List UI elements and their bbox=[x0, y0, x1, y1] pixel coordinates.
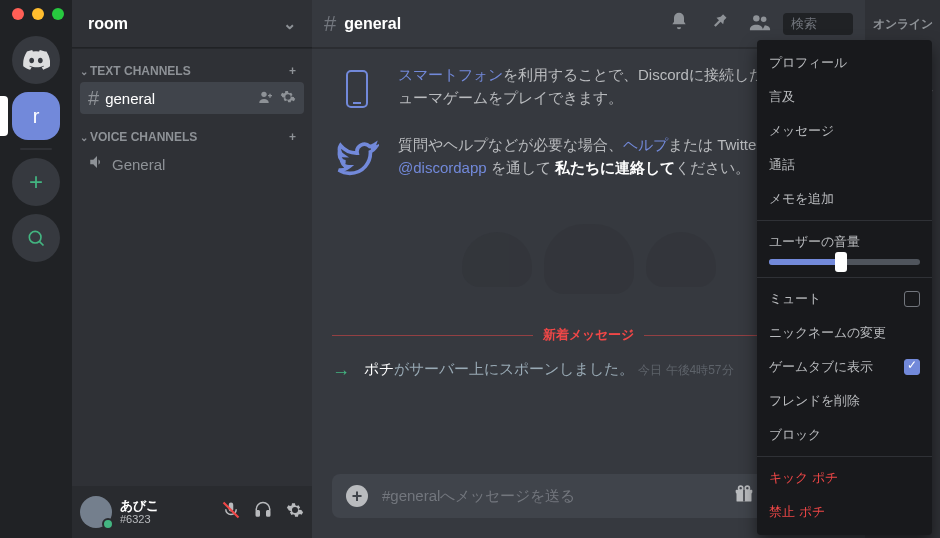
ctx-nickname[interactable]: ニックネームの変更 bbox=[757, 316, 932, 350]
svg-point-6 bbox=[753, 15, 759, 21]
hash-icon: # bbox=[324, 11, 336, 37]
ctx-separator bbox=[757, 277, 932, 278]
ctx-block[interactable]: ブロック bbox=[757, 418, 932, 452]
ctx-message[interactable]: メッセージ bbox=[757, 114, 932, 148]
checkbox-checked-icon[interactable] bbox=[904, 359, 920, 375]
ctx-profile[interactable]: プロフィール bbox=[757, 46, 932, 80]
svg-point-13 bbox=[739, 486, 743, 490]
text-channels-category[interactable]: ⌄TEXT CHANNELS + bbox=[72, 64, 312, 78]
ctx-volume: ユーザーの音量 bbox=[757, 225, 932, 273]
invite-icon[interactable] bbox=[258, 89, 274, 108]
ctx-remove-friend[interactable]: フレンドを削除 bbox=[757, 384, 932, 418]
channel-label: General bbox=[112, 156, 296, 173]
home-button[interactable] bbox=[12, 36, 60, 84]
user-panel: あびこ #6323 bbox=[72, 486, 312, 538]
twitter-icon bbox=[332, 134, 382, 184]
channel-general[interactable]: # general bbox=[80, 82, 304, 114]
mute-mic-button[interactable] bbox=[222, 501, 240, 523]
channel-title: general bbox=[344, 15, 669, 33]
channel-label: general bbox=[105, 90, 258, 107]
svg-rect-4 bbox=[256, 511, 259, 516]
self-username: あびこ bbox=[120, 499, 159, 513]
ctx-kick[interactable]: キック ポチ bbox=[757, 461, 932, 495]
status-online-icon bbox=[102, 518, 114, 530]
minimize-dot[interactable] bbox=[32, 8, 44, 20]
speaker-icon bbox=[88, 153, 106, 176]
voice-channel-general[interactable]: General bbox=[80, 148, 304, 180]
ctx-separator bbox=[757, 220, 932, 221]
self-tag: #6323 bbox=[120, 513, 159, 525]
phone-icon bbox=[332, 64, 382, 114]
server-header[interactable]: room ⌄ bbox=[72, 0, 312, 48]
guild-separator bbox=[20, 148, 52, 150]
voice-channels-category[interactable]: ⌄VOICE CHANNELS + bbox=[72, 130, 312, 144]
add-server-button[interactable]: + bbox=[12, 158, 60, 206]
settings-button[interactable] bbox=[286, 501, 304, 523]
explore-servers-button[interactable] bbox=[12, 214, 60, 262]
members-icon[interactable] bbox=[749, 11, 771, 37]
guild-rail: r + bbox=[0, 0, 72, 538]
discord-logo-icon bbox=[22, 46, 50, 74]
svg-point-14 bbox=[746, 486, 750, 490]
svg-line-1 bbox=[39, 241, 43, 245]
close-dot[interactable] bbox=[12, 8, 24, 20]
input-placeholder: #generalへメッセージを送る bbox=[382, 487, 720, 506]
svg-point-0 bbox=[29, 231, 41, 243]
hash-icon: # bbox=[88, 87, 99, 110]
ctx-mention[interactable]: 言及 bbox=[757, 80, 932, 114]
notifications-icon[interactable] bbox=[669, 11, 689, 37]
svg-rect-12 bbox=[743, 490, 745, 502]
ctx-ban[interactable]: 禁止 ポチ bbox=[757, 495, 932, 529]
guild-room[interactable]: r bbox=[12, 92, 60, 140]
pinned-icon[interactable] bbox=[709, 11, 729, 37]
compass-icon bbox=[26, 228, 46, 248]
ctx-call[interactable]: 通話 bbox=[757, 148, 932, 182]
active-guild-indicator bbox=[0, 96, 8, 136]
svg-rect-5 bbox=[267, 511, 270, 516]
deafen-button[interactable] bbox=[254, 501, 272, 523]
svg-point-7 bbox=[761, 16, 767, 22]
server-name: room bbox=[88, 15, 128, 33]
gear-icon[interactable] bbox=[280, 89, 296, 108]
join-arrow-icon: → bbox=[332, 362, 350, 383]
svg-rect-8 bbox=[347, 71, 367, 107]
volume-slider[interactable] bbox=[769, 259, 920, 265]
search-input[interactable]: 検索 bbox=[783, 13, 853, 35]
user-context-menu: プロフィール 言及 メッセージ 通話 メモを追加 ユーザーの音量 ミュート ニッ… bbox=[757, 40, 932, 535]
ctx-separator bbox=[757, 456, 932, 457]
attach-button[interactable]: + bbox=[346, 485, 368, 507]
self-avatar[interactable] bbox=[80, 496, 112, 528]
chevron-down-icon: ⌄ bbox=[283, 14, 296, 33]
channel-sidebar: room ⌄ ⌄TEXT CHANNELS + # general bbox=[72, 0, 312, 538]
svg-line-3 bbox=[224, 503, 239, 518]
ctx-game-tab[interactable]: ゲームタブに表示 bbox=[757, 350, 932, 384]
zoom-dot[interactable] bbox=[52, 8, 64, 20]
window-controls bbox=[0, 8, 64, 20]
members-online-header: オンライン bbox=[873, 16, 932, 33]
add-channel-icon[interactable]: + bbox=[289, 64, 296, 78]
add-channel-icon[interactable]: + bbox=[289, 130, 296, 144]
gift-icon[interactable] bbox=[734, 484, 754, 508]
checkbox-icon[interactable] bbox=[904, 291, 920, 307]
ctx-add-note[interactable]: メモを追加 bbox=[757, 182, 932, 216]
svg-point-2 bbox=[261, 91, 266, 96]
ctx-mute[interactable]: ミュート bbox=[757, 282, 932, 316]
